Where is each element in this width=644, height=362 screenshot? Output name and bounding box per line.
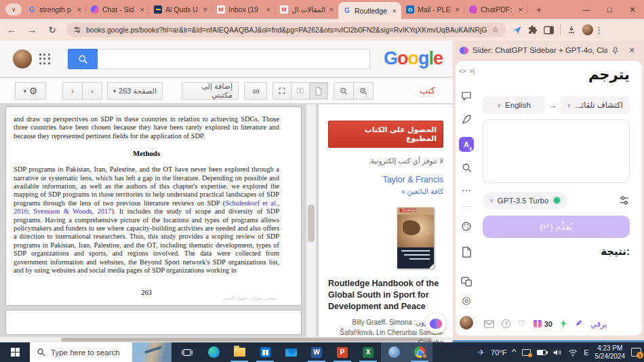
- temperature[interactable]: 70°F: [491, 348, 506, 357]
- book-cover-thumbnail[interactable]: Routledge: [397, 207, 434, 268]
- more-tools-icon[interactable]: ⋯: [456, 184, 477, 195]
- excel-app-button[interactable]: X: [355, 342, 381, 362]
- grammar-target-icon[interactable]: ◎: [456, 294, 477, 306]
- search-tool-icon[interactable]: [456, 163, 477, 173]
- tab-strength[interactable]: Gstrength p×: [23, 0, 86, 19]
- close-tab-icon[interactable]: ×: [393, 7, 397, 15]
- side-panel-icon[interactable]: [544, 26, 554, 35]
- close-tab-icon[interactable]: ×: [140, 5, 144, 14]
- rocket-icon[interactable]: [575, 320, 583, 328]
- tab-inbox[interactable]: MInbox (19×: [212, 0, 275, 19]
- two-page-view-button[interactable]: [291, 82, 310, 100]
- translate-input[interactable]: [483, 119, 630, 183]
- display-tray-icon[interactable]: [522, 349, 531, 356]
- battery-icon[interactable]: [537, 350, 546, 355]
- chat-icon[interactable]: [456, 91, 477, 101]
- tab-mail[interactable]: OMail - PLE×: [401, 0, 464, 19]
- fullscreen-button[interactable]: [273, 82, 291, 100]
- chrome-app-button[interactable]: [407, 342, 432, 362]
- get-print-book-button[interactable]: الحصول على الكتاب المطبوع: [328, 121, 443, 148]
- browser-menu-icon[interactable]: ⋮: [595, 25, 603, 35]
- code-view-icon[interactable]: <>: [459, 68, 466, 75]
- theme-palette-icon[interactable]: [456, 221, 477, 232]
- task-view-button[interactable]: [175, 342, 199, 362]
- books-label[interactable]: كتب: [420, 85, 435, 96]
- close-tab-icon[interactable]: ×: [266, 5, 270, 14]
- profile-avatar[interactable]: [582, 24, 593, 35]
- tab-chat-sider[interactable]: Chat - Sid×: [86, 0, 149, 19]
- tab-routledge-active[interactable]: GRoutledge×: [338, 2, 401, 19]
- translate-icon-active[interactable]: Aع: [456, 137, 477, 152]
- google-apps-grid-icon[interactable]: [39, 54, 51, 65]
- zoom-in-button[interactable]: [353, 82, 374, 100]
- devices-icon[interactable]: [456, 277, 477, 287]
- help-icon[interactable]: ?: [502, 319, 510, 328]
- globe-app-button[interactable]: [381, 342, 407, 362]
- source-language-dropdown[interactable]: ∨اكتشاف تلقائـ..: [560, 96, 630, 114]
- file-explorer-button[interactable]: [226, 342, 252, 362]
- close-tab-icon[interactable]: ×: [456, 5, 460, 14]
- new-tab-button[interactable]: +: [531, 3, 546, 16]
- search-highlight-image[interactable]: [132, 342, 172, 362]
- back-button[interactable]: ←: [3, 21, 20, 39]
- publisher-link[interactable]: Taylor & Francis: [328, 175, 443, 184]
- all-sellers-link[interactable]: كافة البائعين »: [328, 187, 443, 195]
- action-center-icon[interactable]: 1: [631, 348, 641, 357]
- weather-icon[interactable]: ✈: [478, 348, 485, 357]
- submit-button[interactable]: يُقدِّم (↵): [483, 216, 630, 238]
- google-logo[interactable]: Google: [384, 48, 443, 69]
- clock[interactable]: 4:23 PM5/24/2024: [595, 344, 626, 360]
- gift-credits-icon[interactable]: [534, 320, 542, 327]
- previous-page-button[interactable]: ›: [62, 82, 83, 100]
- minimize-button[interactable]: —: [575, 0, 598, 19]
- write-quill-icon[interactable]: [456, 114, 477, 125]
- close-tab-icon[interactable]: ×: [329, 5, 334, 14]
- bookmark-star-icon[interactable]: ☆: [491, 25, 499, 35]
- swap-arrow-icon[interactable]: →: [548, 100, 557, 110]
- forward-button[interactable]: →: [23, 21, 41, 39]
- powerpoint-app-button[interactable]: P: [329, 342, 355, 362]
- page-selector-dropdown[interactable]: ▾الصفحة 263: [107, 82, 163, 100]
- tab-search-button[interactable]: ∨: [5, 3, 22, 16]
- model-selector-dropdown[interactable]: ∨GPT-3.5 Turbo: [483, 192, 568, 209]
- get-link-button[interactable]: ∞: [244, 82, 267, 100]
- store-app-button[interactable]: [252, 342, 278, 362]
- word-app-button[interactable]: W: [304, 342, 329, 362]
- close-tab-icon[interactable]: ×: [203, 5, 207, 14]
- settings-button[interactable]: ▾⚙: [15, 82, 46, 100]
- target-language-dropdown[interactable]: ∨English: [483, 96, 545, 114]
- collapse-panel-icon[interactable]: >|: [470, 68, 475, 75]
- site-info-icon[interactable]: [73, 26, 81, 34]
- volume-icon[interactable]: [552, 348, 562, 357]
- one-page-view-button[interactable]: [309, 82, 328, 100]
- pdf-tool-icon[interactable]: [456, 247, 477, 258]
- maximize-button[interactable]: □: [598, 0, 621, 19]
- vertical-scrollbar[interactable]: [306, 104, 316, 337]
- upgrade-link[interactable]: يرقي: [590, 319, 607, 329]
- mail-app-button[interactable]: [278, 342, 304, 362]
- start-button[interactable]: [0, 342, 30, 362]
- tab-chatpdf[interactable]: ChatPDF:×: [464, 0, 527, 19]
- add-to-library-button[interactable]: إضافة إلى مكتبتي: [182, 82, 239, 100]
- sider-floating-button[interactable]: [426, 313, 446, 334]
- search-input[interactable]: [98, 49, 370, 69]
- taskbar-search[interactable]: Type here to search: [30, 342, 172, 362]
- extensions-puzzle-icon[interactable]: [528, 25, 538, 35]
- account-avatar[interactable]: [13, 49, 32, 68]
- mail-icon[interactable]: [484, 320, 494, 328]
- close-tab-icon[interactable]: ×: [77, 5, 81, 14]
- search-button[interactable]: [68, 49, 98, 69]
- citation-link[interactable]: Svensson & Woods, 2017: [33, 207, 111, 215]
- reload-button[interactable]: ↻: [43, 21, 61, 39]
- edge-app-button[interactable]: [201, 342, 226, 362]
- close-window-button[interactable]: ×: [621, 0, 644, 19]
- extension-arrow-icon[interactable]: [512, 25, 522, 35]
- download-icon[interactable]: [567, 25, 576, 35]
- hidden-icons-chevron[interactable]: ^: [512, 348, 517, 356]
- language-indicator[interactable]: E: [584, 348, 588, 357]
- tab-alquds[interactable]: Al Quds U×: [149, 0, 212, 19]
- url-bar[interactable]: books.google.ps/books?hl=ar&lr=&id=nfAIE…: [66, 22, 506, 37]
- close-panel-icon[interactable]: ×: [626, 45, 637, 56]
- user-avatar[interactable]: [456, 316, 477, 329]
- lightning-icon[interactable]: [560, 319, 567, 328]
